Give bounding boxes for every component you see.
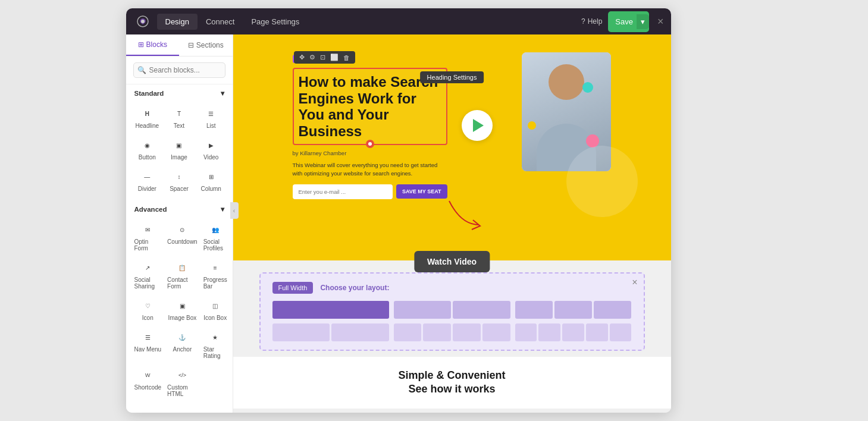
- blocks-tab-label: Blocks: [146, 40, 167, 49]
- icon-box-label: Icon Box: [203, 315, 227, 321]
- button-label: Button: [139, 154, 156, 161]
- blocks-icon: ⊞: [138, 40, 144, 49]
- image-box-icon: ▣: [176, 299, 189, 312]
- social-profiles-icon: 👥: [209, 223, 222, 236]
- toolbar-move-icon[interactable]: ✥: [297, 53, 306, 62]
- nav-connect[interactable]: Connect: [198, 14, 243, 30]
- column-icon: ⊞: [205, 170, 218, 183]
- image-icon: ▣: [173, 139, 186, 152]
- save-button[interactable]: Save ▾: [608, 11, 649, 32]
- custom-html-icon: </>: [176, 369, 189, 382]
- choose-layout-label: Choose your layout:: [320, 284, 389, 292]
- toolbar-resize-icon[interactable]: ⬜: [328, 53, 340, 62]
- column-label: Column: [200, 186, 221, 192]
- block-text[interactable]: T Text: [164, 102, 195, 133]
- block-optin-form[interactable]: ✉ Optin Form: [132, 218, 164, 255]
- toolbar-duplicate-icon[interactable]: ⊡: [318, 53, 327, 62]
- main-area: ⊞ Blocks ⊟ Sections 🔍 Standard ▾: [126, 34, 671, 413]
- layout-option-4col[interactable]: [394, 323, 510, 341]
- contact-form-icon: 📋: [176, 261, 189, 274]
- block-image[interactable]: ▣ Image: [164, 134, 195, 164]
- block-column[interactable]: ⊞ Column: [196, 165, 227, 196]
- block-list[interactable]: ☰ List: [196, 102, 227, 133]
- layout-picker-close[interactable]: ×: [632, 277, 637, 288]
- block-progress-bar[interactable]: ≡ Progress Bar: [201, 256, 230, 293]
- topbar: Design Connect Page Settings ? Help Save…: [126, 8, 671, 34]
- svg-point-1: [141, 20, 145, 23]
- block-countdown[interactable]: ⊙ Countdown: [165, 218, 200, 255]
- block-icon-box[interactable]: ◫ Icon Box: [201, 294, 230, 325]
- hero-section: Heading Settings JUN 19 ✥ ⚙ ⊡: [233, 34, 671, 260]
- block-shortcode[interactable]: W Shortcode: [132, 364, 164, 401]
- layout-option-5col[interactable]: [515, 323, 632, 341]
- layout-option-half[interactable]: [394, 301, 510, 319]
- hero-author: by Killarney Chamber: [293, 150, 447, 156]
- block-headline[interactable]: H Headline: [132, 102, 163, 133]
- tab-blocks[interactable]: ⊞ Blocks: [126, 34, 180, 56]
- custom-html-label: Custom HTML: [167, 384, 198, 397]
- sidebar-collapse-toggle[interactable]: ‹: [230, 202, 239, 219]
- block-anchor[interactable]: ⚓ Anchor: [165, 326, 200, 363]
- full-width-button[interactable]: Full Width: [272, 282, 314, 294]
- save-dropdown-arrow[interactable]: ▾: [637, 14, 649, 29]
- standard-label: Standard: [134, 90, 164, 97]
- app-window: Design Connect Page Settings ? Help Save…: [126, 8, 671, 413]
- block-image-box[interactable]: ▣ Image Box: [165, 294, 200, 325]
- standard-section-header: Standard ▾: [126, 84, 233, 100]
- nav-page-settings[interactable]: Page Settings: [243, 14, 308, 30]
- heading-toolbar: ✥ ⚙ ⊡ ⬜ 🗑: [294, 51, 355, 64]
- block-icon[interactable]: ♡ Icon: [132, 294, 164, 325]
- text-icon: T: [173, 107, 186, 120]
- toolbar-delete-icon[interactable]: 🗑: [341, 54, 352, 62]
- layout-col-half-1: [394, 301, 452, 319]
- anchor-label: Anchor: [173, 346, 192, 353]
- image-box-label: Image Box: [168, 315, 196, 321]
- hero-section-wrapper: Heading Settings JUN 19 ✥ ⚙ ⊡: [233, 34, 671, 260]
- tab-sections[interactable]: ⊟ Sections: [179, 34, 233, 56]
- hero-content: JUN 19 ✥ ⚙ ⊡ ⬜ 🗑 How to make: [233, 34, 671, 217]
- block-custom-html[interactable]: </> Custom HTML: [165, 364, 200, 401]
- layout-option-third[interactable]: [515, 301, 632, 319]
- block-social-sharing[interactable]: ↗ Social Sharing: [132, 256, 164, 293]
- optin-form-label: Optin Form: [134, 238, 162, 252]
- heading-anchor: [366, 140, 374, 148]
- headline-icon: H: [140, 107, 153, 120]
- layout-col-5col-2: [538, 323, 560, 341]
- layout-option-2col[interactable]: [272, 323, 389, 341]
- toolbar-settings-icon[interactable]: ⚙: [308, 53, 317, 62]
- list-label: List: [206, 122, 216, 129]
- block-nav-menu[interactable]: ☰ Nav Menu: [132, 326, 164, 363]
- heading-settings-bar: Heading Settings: [420, 71, 484, 83]
- block-divider[interactable]: — Divider: [132, 165, 163, 196]
- block-star-rating[interactable]: ★ Star Rating: [201, 326, 230, 363]
- nav-design[interactable]: Design: [157, 14, 198, 30]
- block-contact-form[interactable]: 📋 Contact Form: [165, 256, 200, 293]
- block-spacer[interactable]: ↕ Spacer: [164, 165, 195, 196]
- layout-col-half-2: [453, 301, 510, 319]
- optin-form-icon: ✉: [141, 223, 154, 236]
- hero-cta-button[interactable]: SAVE MY SEAT: [396, 184, 447, 199]
- block-social-profiles[interactable]: 👥 Social Profiles: [201, 218, 230, 255]
- bottom-section: Simple & Convenient See how it works: [233, 357, 671, 409]
- search-input[interactable]: [133, 62, 225, 78]
- block-video[interactable]: ▶ Video: [196, 134, 227, 164]
- help-button[interactable]: ? Help: [581, 17, 602, 26]
- icon-box-icon: ◫: [209, 299, 222, 312]
- close-button[interactable]: ×: [657, 15, 664, 28]
- search-icon: 🔍: [137, 66, 146, 74]
- person-head: [549, 64, 584, 100]
- spacer-label: Spacer: [170, 186, 189, 192]
- deco-teal: [582, 82, 593, 93]
- play-button[interactable]: [462, 110, 493, 141]
- shortcode-icon: W: [141, 369, 154, 382]
- hero-description: This Webinar will cover everything you n…: [293, 161, 447, 177]
- layout-option-full[interactable]: [272, 301, 389, 319]
- hero-email-input[interactable]: [293, 184, 393, 199]
- standard-section: Standard ▾ H Headline T Text ☰ List: [126, 84, 233, 200]
- deco-blob: [566, 146, 638, 217]
- advanced-blocks-grid: ✉ Optin Form ⊙ Countdown 👥 Social Profil…: [126, 216, 233, 406]
- block-button[interactable]: ◉ Button: [132, 134, 163, 164]
- saved-blocks-section-header: Saved Blocks ▾: [126, 408, 233, 413]
- nav-menu-label: Nav Menu: [134, 346, 162, 353]
- layout-picker: × Full Width Choose your layout:: [259, 272, 645, 351]
